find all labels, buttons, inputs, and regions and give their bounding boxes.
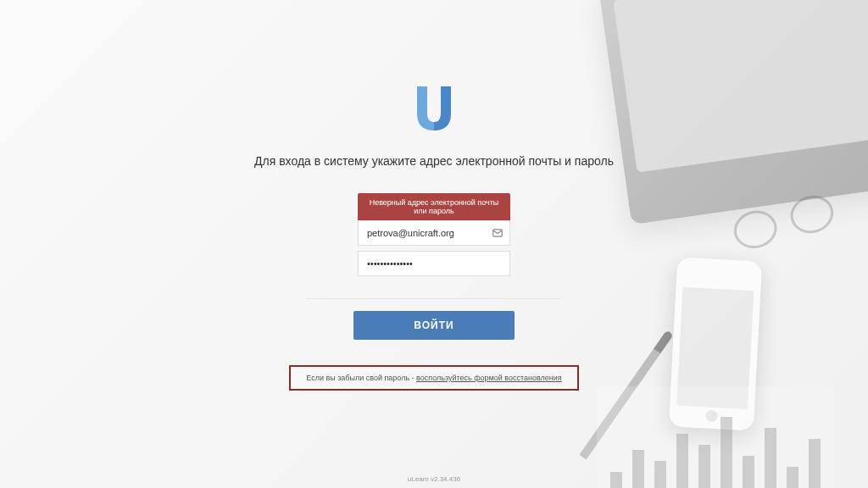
- instruction-text: Для входа в систему укажите адрес электр…: [254, 154, 614, 168]
- login-form-container: Для входа в систему укажите адрес электр…: [0, 0, 868, 391]
- forgot-password-link[interactable]: воспользуйтесь формой восстановления: [416, 374, 562, 382]
- error-banner: Неверный адрес электронной почты или пар…: [358, 193, 510, 220]
- forgot-password-box: Если вы забыли свой пароль - воспользуйт…: [289, 365, 578, 391]
- email-input-wrapper: [358, 220, 510, 246]
- login-button[interactable]: ВОЙТИ: [353, 311, 515, 340]
- email-input[interactable]: [358, 220, 510, 246]
- login-form: Неверный адрес электронной почты или пар…: [358, 193, 510, 281]
- forgot-prefix-text: Если вы забыли свой пароль -: [306, 374, 416, 382]
- bg-chart-decor: [597, 386, 834, 488]
- footer-version: uLearn v2.34.436: [0, 475, 868, 483]
- app-logo: [414, 85, 454, 134]
- password-input[interactable]: [358, 251, 510, 276]
- form-divider: [307, 298, 561, 299]
- password-input-wrapper: [358, 251, 510, 276]
- email-icon: [492, 227, 504, 239]
